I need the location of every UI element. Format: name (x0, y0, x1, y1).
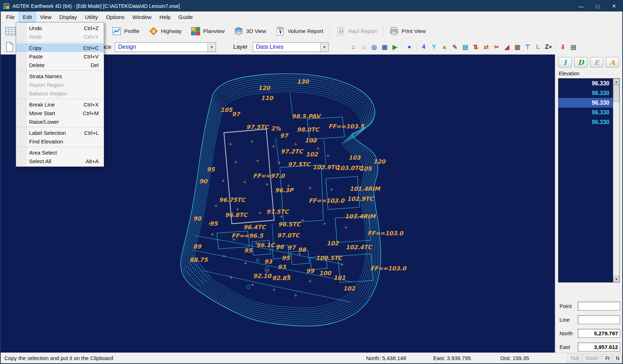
site-label: 102.9TC (347, 195, 374, 202)
toolbar-button-label: Print View (402, 28, 426, 34)
slope-wedge-icon[interactable]: ◢ (502, 42, 512, 52)
view-run-icon[interactable]: ▶ (390, 42, 400, 52)
menu-edit[interactable]: Edit (19, 11, 36, 22)
new-page-icon[interactable] (5, 42, 14, 52)
toolbar-separator (416, 42, 417, 52)
elevation-row[interactable]: 96.330 (558, 79, 619, 88)
site-label: 2% (271, 125, 281, 132)
building-pad[interactable] (335, 216, 371, 242)
edit-menu-item-break-line[interactable]: Break LineCtrl+X (16, 100, 104, 109)
menu-help[interactable]: Help (155, 11, 174, 22)
edit-menu-item-copy[interactable]: CopyCtrl+C (16, 43, 104, 52)
report-page-icon[interactable]: ▤ (568, 42, 578, 52)
site-label: 96.8TC (225, 212, 248, 218)
edit-menu-item-move-start[interactable]: Move StartCtrl+M (16, 109, 104, 117)
water-drop-icon[interactable]: ● (404, 42, 414, 52)
scroll-down-icon[interactable]: ▼ (613, 276, 619, 282)
zoom-window-icon[interactable]: ◎ (369, 42, 379, 52)
site-label: 100 (319, 270, 332, 276)
close-button[interactable]: × (606, 1, 622, 11)
tool-icon-strip: ⌂⌂◎▦▶●4Y▲✎▤⇅⇄✂◢▥⊤LZ+⇩▤ (348, 42, 578, 52)
mode-button-e[interactable]: E (590, 57, 603, 67)
scale-balance-icon[interactable]: L (533, 42, 543, 52)
toolbar-planview-button[interactable]: Planview (186, 24, 229, 39)
title-bar: AGTEK Earthwork 4D (64) - [Edit Mode] [C… (1, 1, 622, 11)
layer-combo[interactable]: Data Lines ▾ (253, 42, 329, 52)
toolbar-highway-button[interactable]: Highway (144, 24, 187, 39)
edit-menu-item-redo: RedoCtrl+Y (16, 32, 104, 41)
edit-menu-item-select-all[interactable]: Select AllAlt+A (16, 157, 104, 165)
line-field[interactable] (578, 315, 620, 324)
toolbar-volume-report-button[interactable]: VVolume Report (271, 24, 328, 39)
pan-home-icon[interactable]: ⌂ (359, 42, 369, 52)
site-label: 110 (261, 95, 273, 101)
export-red-icon[interactable]: ⇩ (558, 42, 568, 52)
east-field[interactable] (578, 342, 620, 351)
strata-columns-icon[interactable]: ▥ (512, 42, 522, 52)
elevation-row[interactable]: 96.330 (558, 117, 619, 127)
curve-4-icon[interactable]: 4 (419, 42, 428, 52)
scroll-up-icon[interactable]: ▲ (613, 79, 619, 85)
edit-menu-item-undo[interactable]: UndoCtrl+Z (16, 24, 104, 32)
raise-lower-icon[interactable]: ⇅ (471, 42, 481, 52)
status-cell-snap[interactable]: SNAP (583, 354, 601, 362)
layer-combo-dropdown-icon[interactable]: ▾ (320, 43, 328, 52)
elevation-scrollbar[interactable]: ▲ ▼ (613, 79, 619, 282)
menu-window[interactable]: Window (128, 11, 155, 22)
elevation-row[interactable]: 96.330 (558, 108, 619, 117)
edit-menu-item-delete[interactable]: DeleteDel (16, 61, 104, 69)
t-square-icon[interactable]: ⊤ (523, 42, 533, 52)
menu-guide[interactable]: Guide (174, 11, 197, 22)
toolbar-separator (329, 25, 330, 37)
y-branch-icon[interactable]: Y (429, 42, 439, 52)
app-icon (4, 3, 9, 9)
edit-pencil-icon[interactable]: ✎ (450, 42, 460, 52)
edit-menu-item-paste[interactable]: PasteCtrl+V (16, 52, 104, 61)
edit-menu: UndoCtrl+ZRedoCtrl+YCopyCtrl+CPasteCtrl+… (16, 22, 104, 167)
menu-utility[interactable]: Utility (81, 11, 102, 22)
hill-flag-icon[interactable]: ▲ (440, 42, 449, 52)
takeoff-grid-icon[interactable] (5, 26, 16, 37)
menu-file[interactable]: File (2, 11, 19, 22)
point-field[interactable] (578, 302, 620, 311)
reverse-arrows-icon[interactable]: ⇄ (481, 42, 491, 52)
menu-options[interactable]: Options (102, 11, 128, 22)
menu-display[interactable]: Display (55, 11, 81, 22)
surface-combo[interactable]: Design ▾ (115, 42, 216, 52)
surface-combo-dropdown-icon[interactable]: ▾ (207, 43, 216, 52)
building-pad[interactable] (326, 176, 360, 209)
minimize-button[interactable]: — (573, 1, 589, 11)
mode-button-a[interactable]: A (606, 57, 619, 67)
elevation-row[interactable]: 96.330 (558, 98, 619, 108)
right-panel: IDEA Elevation 96.33096.33096.33096.3309… (555, 55, 622, 353)
toolbar-print-view-button[interactable]: Print View (385, 24, 430, 39)
site-label: 97.5TC (288, 161, 311, 168)
elevation-list[interactable]: 96.33096.33096.33096.33096.330 ▲ ▼ (558, 78, 620, 283)
haul-icon: H (336, 27, 345, 36)
toolbar-profile-button[interactable]: Profile (107, 24, 144, 39)
toolbar-3d-view-button[interactable]: 3D View (229, 24, 271, 39)
grid-table-icon[interactable]: ▤ (460, 42, 470, 52)
zoom-home-icon[interactable]: ⌂ (348, 42, 358, 52)
scrollbar-thumb[interactable] (613, 85, 619, 102)
status-cell-ft[interactable]: Ft (603, 354, 612, 362)
north-field[interactable] (578, 329, 620, 338)
menu-view[interactable]: View (36, 11, 55, 22)
site-label: 102.4TC (346, 244, 373, 251)
edit-menu-item-raise-lower[interactable]: Raise/Lower (16, 117, 104, 126)
zoom-grid-icon[interactable]: ▦ (380, 42, 389, 52)
elevation-row[interactable]: 96.330 (558, 88, 619, 98)
cut-scissors-icon[interactable]: ✂ (492, 42, 501, 52)
maximize-button[interactable]: □ (589, 1, 606, 11)
edit-menu-item-strata-names[interactable]: Strata Names (16, 72, 104, 80)
z-plus-icon[interactable]: Z+ (544, 42, 553, 52)
edit-menu-item-find-elevation[interactable]: Find Elevation (16, 137, 104, 146)
mode-button-i[interactable]: I (558, 57, 572, 67)
status-cell-n[interactable]: N (613, 354, 622, 362)
site-label: 98.0TC (297, 126, 320, 133)
status-cell-tab[interactable]: TAB (567, 354, 582, 362)
mode-button-d[interactable]: D (574, 57, 587, 67)
edit-menu-item-area-select[interactable]: Area Select (16, 148, 104, 157)
site-label: 97 (232, 111, 240, 118)
edit-menu-item-label-selection[interactable]: Label SelectionCtrl+L (16, 128, 104, 137)
